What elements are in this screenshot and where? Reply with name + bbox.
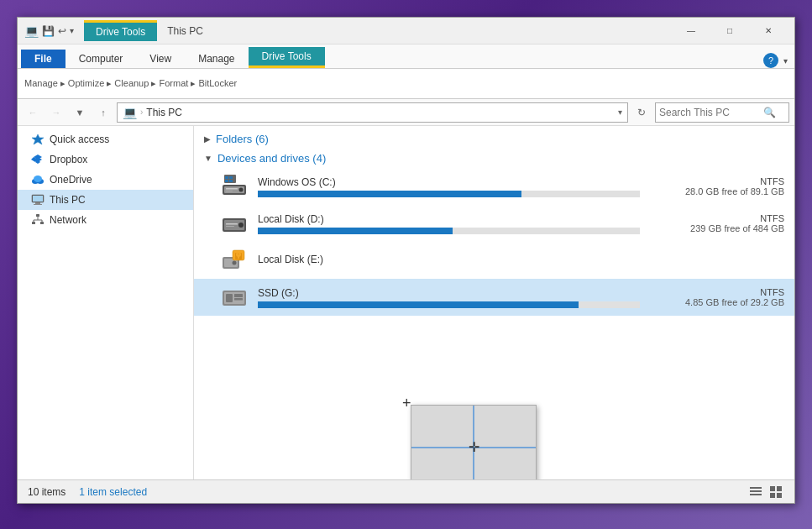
address-bar: ← → ▼ ↑ 💻 › This PC ▾ ↻ 🔍 xyxy=(18,99,794,126)
drive-e[interactable]: Local Disk (E:) xyxy=(194,242,794,279)
svg-rect-49 xyxy=(770,486,775,491)
ribbon-help-icon[interactable]: ? xyxy=(763,53,778,68)
status-bar: 10 items 1 item selected xyxy=(18,479,794,503)
close-button[interactable]: ✕ xyxy=(749,18,788,45)
drive-g-fill xyxy=(258,301,579,308)
svg-rect-28 xyxy=(229,180,233,182)
sidebar-item-network[interactable]: Network xyxy=(18,210,193,230)
recent-locations-button[interactable]: ▼ xyxy=(70,102,90,123)
main-area: Quick access Dropbox xyxy=(18,126,794,479)
svg-rect-33 xyxy=(226,226,234,227)
onedrive-label: OneDrive xyxy=(50,174,92,186)
svg-rect-10 xyxy=(35,202,40,204)
ribbon-content: Manage ▸ Optimize ▸ Cleanup ▸ Format ▸ B… xyxy=(18,68,794,98)
svg-point-22 xyxy=(239,188,244,192)
tab-manage[interactable]: Manage xyxy=(185,50,248,68)
drive-g-space: 4.85 GB free of 29.2 GB xyxy=(650,297,784,307)
maximize-button[interactable]: □ xyxy=(710,18,749,45)
this-pc-icon xyxy=(31,193,45,207)
dropbox-label: Dropbox xyxy=(50,154,87,165)
search-box[interactable]: 🔍 xyxy=(655,102,789,123)
up-button[interactable]: ↑ xyxy=(93,102,113,123)
refresh-button[interactable]: ↻ xyxy=(631,102,652,123)
network-icon xyxy=(31,213,45,227)
svg-rect-47 xyxy=(750,490,762,492)
sidebar-item-dropbox[interactable]: Dropbox xyxy=(18,149,193,170)
folders-section-label: Folders (6) xyxy=(216,133,269,145)
drive-c-space: 28.0 GB free of 89.1 GB xyxy=(650,186,784,196)
drive-d[interactable]: Local Disk (D:) NTFS 239 GB free of 484 … xyxy=(194,205,794,242)
drive-d-fs: NTFS xyxy=(650,213,784,223)
svg-rect-46 xyxy=(750,487,762,489)
svg-rect-11 xyxy=(34,204,42,205)
ribbon-collapse-icon[interactable]: ▾ xyxy=(783,56,788,65)
window-title: This PC xyxy=(167,25,203,37)
svg-rect-9 xyxy=(33,196,43,202)
svg-point-7 xyxy=(34,175,42,182)
drive-g-icon xyxy=(221,284,248,311)
drive-g-fs: NTFS xyxy=(650,287,784,297)
status-items-count: 10 items xyxy=(28,486,65,498)
tab-computer[interactable]: Computer xyxy=(65,50,137,68)
network-label: Network xyxy=(50,214,86,226)
quick-access-label: Quick access xyxy=(50,134,109,145)
folders-section-header[interactable]: ▶ Folders (6) xyxy=(194,129,794,149)
svg-point-31 xyxy=(238,223,244,228)
svg-rect-27 xyxy=(225,180,228,182)
svg-rect-23 xyxy=(226,188,238,190)
ribbon-tabs: File Computer View Manage Drive Tools ? … xyxy=(18,45,794,68)
drive-g[interactable]: SSD (G:) NTFS 4.85 GB free of 29.2 GB xyxy=(194,279,794,316)
sidebar-item-this-pc[interactable]: This PC xyxy=(18,190,193,210)
save-icon[interactable]: 💾 xyxy=(42,25,55,37)
svg-rect-45 xyxy=(234,298,243,301)
devices-section-label: Devices and drives (4) xyxy=(217,152,326,165)
path-arrow: › xyxy=(140,107,143,117)
path-pc-icon: 💻 xyxy=(123,106,137,119)
undo-icon[interactable]: ↩ xyxy=(58,25,66,37)
drive-c[interactable]: Windows OS (C:) NTFS 28.0 GB free of 89.… xyxy=(194,168,794,205)
tab-view[interactable]: View xyxy=(136,50,185,68)
svg-rect-52 xyxy=(777,493,782,498)
drive-c-name: Windows OS (C:) xyxy=(258,176,640,188)
window-controls: — □ ✕ xyxy=(672,18,788,45)
details-view-button[interactable] xyxy=(747,484,764,500)
ribbon-commands-placeholder: Manage ▸ Optimize ▸ Cleanup ▸ Format ▸ B… xyxy=(24,78,237,89)
devices-section-header[interactable]: ▼ Devices and drives (4) xyxy=(194,149,794,168)
drive-e-name: Local Disk (E:) xyxy=(258,254,640,265)
window-icon: 💻 xyxy=(24,24,39,38)
explorer-window: 💻 💾 ↩ ▾ Drive Tools This PC — □ ✕ File C… xyxy=(17,17,795,504)
drive-c-fill xyxy=(258,191,521,197)
preview-canvas: ✛ xyxy=(411,406,536,479)
drive-c-fs: NTFS xyxy=(650,176,784,186)
svg-rect-25 xyxy=(225,176,228,179)
drive-c-info: Windows OS (C:) xyxy=(258,176,640,197)
devices-chevron-icon: ▼ xyxy=(204,154,212,163)
search-input[interactable] xyxy=(659,107,760,118)
drive-g-bar xyxy=(258,301,640,308)
sidebar-item-quick-access[interactable]: Quick access xyxy=(18,129,193,149)
address-path[interactable]: 💻 › This PC ▾ xyxy=(117,102,628,123)
svg-rect-13 xyxy=(32,222,35,224)
drive-d-meta: NTFS 239 GB free of 484 GB xyxy=(650,213,784,233)
back-button[interactable]: ← xyxy=(23,102,43,123)
drive-e-info: Local Disk (E:) xyxy=(258,254,640,268)
svg-rect-48 xyxy=(750,494,762,495)
drive-d-info: Local Disk (D:) xyxy=(258,213,640,234)
tiles-view-button[interactable] xyxy=(767,484,784,500)
customize-icon[interactable]: ▾ xyxy=(70,26,74,35)
path-dropdown[interactable]: ▾ xyxy=(618,107,622,117)
tab-file[interactable]: File xyxy=(21,50,65,68)
forward-button[interactable]: → xyxy=(46,102,66,123)
ribbon-title-tabs: Drive Tools xyxy=(84,20,157,41)
preview-popup: ✛ (460 , 419) 217, 217, 217 xyxy=(411,405,537,479)
drive-g-info: SSD (G:) xyxy=(258,287,640,308)
ribbon: File Computer View Manage Drive Tools ? … xyxy=(18,45,794,99)
drive-tools-tab-title[interactable]: Drive Tools xyxy=(84,20,157,41)
tab-drive-tools[interactable]: Drive Tools xyxy=(249,47,325,68)
drive-c-bar xyxy=(258,191,640,197)
content-area: ▶ Folders (6) ▼ Devices and drives (4) xyxy=(194,126,794,479)
sidebar: Quick access Dropbox xyxy=(18,126,194,479)
sidebar-item-onedrive[interactable]: OneDrive xyxy=(18,170,193,190)
svg-rect-43 xyxy=(226,294,233,302)
minimize-button[interactable]: — xyxy=(672,18,710,45)
